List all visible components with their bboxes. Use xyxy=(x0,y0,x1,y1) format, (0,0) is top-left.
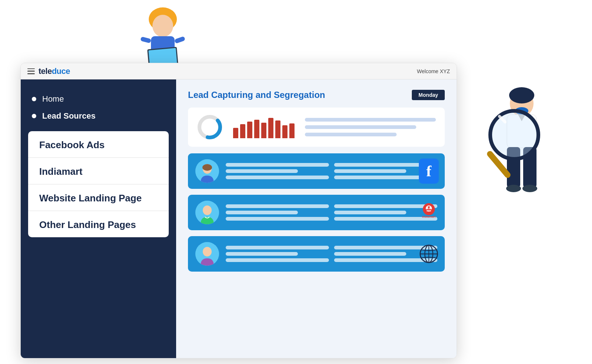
main-header: Lead Capturing and Segregation Monday xyxy=(188,90,445,100)
bar-chart-bar xyxy=(247,122,252,138)
browser-header: teleduce Welcome XYZ xyxy=(21,63,457,79)
bar-chart xyxy=(233,116,295,138)
sidebar-item-home[interactable]: Home xyxy=(32,91,165,108)
svg-rect-36 xyxy=(523,147,536,188)
svg-point-1 xyxy=(152,15,173,37)
lead-card-facebook[interactable]: f xyxy=(188,153,445,189)
welcome-text: Welcome XYZ xyxy=(417,68,450,74)
scene: teleduce Welcome XYZ Home Lead Sources xyxy=(0,0,592,364)
brand-tele: tele xyxy=(38,67,52,76)
info-line xyxy=(226,169,298,173)
info-line xyxy=(226,246,329,249)
svg-point-16 xyxy=(202,164,212,171)
sidebar-item-lead-sources-label: Lead Sources xyxy=(42,111,95,121)
browser-window: teleduce Welcome XYZ Home Lead Sources xyxy=(20,63,457,358)
lead-info-web xyxy=(226,246,437,262)
svg-point-42 xyxy=(490,111,538,159)
bar-chart-bar xyxy=(289,123,295,138)
stat-line-2 xyxy=(305,125,416,129)
lead-card-indiamart[interactable]: M indiamart xyxy=(188,195,445,230)
svg-rect-4 xyxy=(140,37,151,44)
lead-cards: f xyxy=(188,153,445,272)
stat-line-1 xyxy=(305,118,436,122)
svg-point-30 xyxy=(510,91,534,116)
nav-dot-home xyxy=(32,97,36,101)
bar-chart-bar xyxy=(275,120,280,138)
svg-point-25 xyxy=(203,247,212,256)
info-line xyxy=(226,176,329,179)
main-content: Lead Capturing and Segregation Monday xyxy=(176,79,457,358)
sidebar-nav: Home Lead Sources xyxy=(21,91,176,125)
svg-marker-34 xyxy=(518,115,525,121)
info-line xyxy=(226,211,298,214)
indiamart-source-icon: M indiamart xyxy=(419,203,439,222)
stats-row xyxy=(188,108,445,147)
magnify-figure xyxy=(474,74,570,296)
svg-line-43 xyxy=(500,116,505,122)
info-line xyxy=(226,204,329,208)
svg-rect-40 xyxy=(536,116,548,124)
browser-body: Home Lead Sources Facebook Ads Indiamart… xyxy=(21,79,457,358)
bar-chart-bar xyxy=(240,124,245,138)
globe-source-icon xyxy=(419,244,439,264)
svg-point-31 xyxy=(509,87,534,103)
sidebar-item-lead-sources[interactable]: Lead Sources xyxy=(32,108,165,125)
avatar-web xyxy=(195,242,219,266)
svg-rect-39 xyxy=(495,115,508,125)
svg-point-32 xyxy=(515,107,528,115)
submenu-item-indiamart[interactable]: Indiamart xyxy=(28,158,169,184)
lead-info-facebook xyxy=(226,163,437,179)
bar-chart-bar xyxy=(254,120,259,138)
bar-chart-bar xyxy=(261,123,266,138)
svg-point-18 xyxy=(203,205,212,215)
submenu-item-facebook-ads[interactable]: Facebook Ads xyxy=(28,131,169,158)
svg-point-37 xyxy=(506,185,521,192)
fb-icon-box: f xyxy=(419,159,439,184)
hamburger-icon[interactable] xyxy=(27,68,35,74)
avatar-facebook xyxy=(195,159,219,183)
svg-rect-41 xyxy=(486,150,512,179)
bar-chart-bar xyxy=(233,128,238,138)
lead-card-web[interactable] xyxy=(188,236,445,272)
facebook-source-icon: f xyxy=(419,161,439,181)
lead-info-indiamart xyxy=(226,204,437,221)
info-line xyxy=(334,169,406,173)
svg-point-38 xyxy=(522,185,537,192)
svg-rect-5 xyxy=(174,36,185,44)
avatar-indiamart xyxy=(195,201,219,224)
info-line xyxy=(226,163,329,167)
svg-rect-2 xyxy=(151,36,175,58)
info-line xyxy=(334,211,406,214)
main-title: Lead Capturing and Segregation xyxy=(188,90,325,100)
brand-duce: duce xyxy=(52,67,70,76)
nav-dot-lead-sources xyxy=(32,114,36,118)
bar-chart-bar xyxy=(282,125,287,138)
submenu-card: Facebook Ads Indiamart Website Landing P… xyxy=(28,131,169,237)
sidebar: Home Lead Sources Facebook Ads Indiamart… xyxy=(21,79,176,358)
bar-chart-bar xyxy=(268,118,273,138)
brand-logo: teleduce xyxy=(38,67,70,76)
sidebar-item-home-label: Home xyxy=(42,94,64,104)
donut-chart xyxy=(197,114,223,140)
svg-rect-35 xyxy=(507,147,520,188)
svg-rect-33 xyxy=(507,115,536,148)
day-badge: Monday xyxy=(412,90,445,100)
info-line xyxy=(226,217,329,221)
stat-line-3 xyxy=(305,133,397,136)
svg-text:indiamart: indiamart xyxy=(422,215,436,218)
info-line xyxy=(226,258,329,262)
info-line xyxy=(334,252,406,256)
svg-point-0 xyxy=(149,7,177,31)
submenu-item-website-landing-page[interactable]: Website Landing Page xyxy=(28,184,169,211)
submenu-item-other-landing-pages[interactable]: Other Landing Pages xyxy=(28,211,169,237)
info-line xyxy=(226,252,298,256)
lines-placeholder xyxy=(305,118,436,136)
